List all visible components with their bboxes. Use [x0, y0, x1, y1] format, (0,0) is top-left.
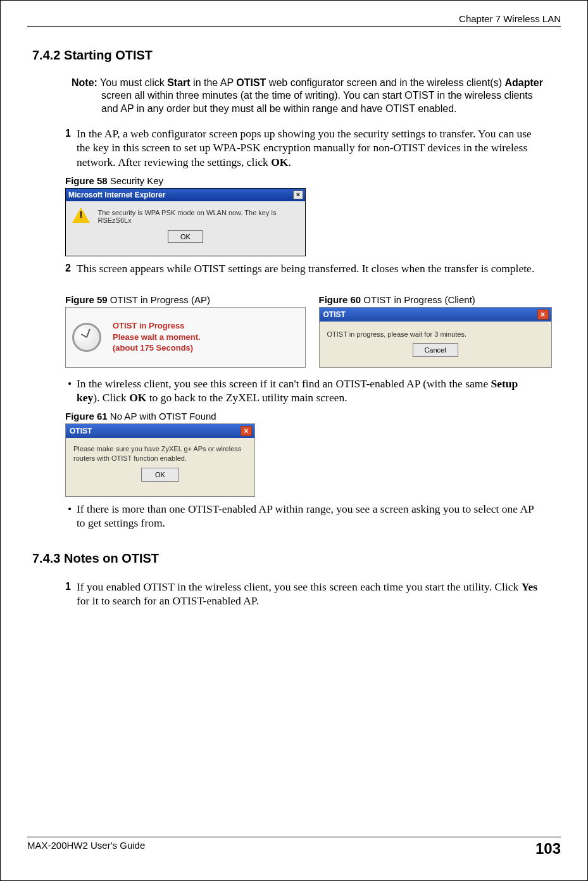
figure-58-dialog: Microsoft Internet Explorer × The securi… [65, 188, 306, 256]
bullet1-e: to go back to the ZyXEL utility main scr… [146, 391, 347, 404]
note-text-4: screen all within three minutes (at the … [101, 90, 533, 113]
step-2-text: This screen appears while OTIST settings… [77, 262, 534, 275]
close-icon[interactable]: × [241, 426, 252, 436]
fig59-line2: Please wait a moment. [113, 332, 201, 342]
bullet-dot-icon: • [68, 502, 72, 516]
step-1-ok: OK [271, 156, 288, 168]
step-1: 1 In the AP, a web configurator screen p… [77, 127, 543, 168]
bullet-dot-icon: • [68, 377, 72, 391]
figure-59-caption: Figure 59 OTIST in Progress (AP) [65, 294, 308, 305]
figure-58-caption: Figure 58 Security Key [65, 175, 561, 186]
chapter-header: Chapter 7 Wireless LAN [27, 13, 561, 27]
fig60-title-text: OTIST [323, 310, 346, 319]
step-2: 2 This screen appears while OTIST settin… [77, 261, 543, 275]
note-bold-start: Start [167, 77, 190, 88]
bullet1-c: ). Click [93, 391, 129, 404]
fig61-title-text: OTIST [70, 427, 92, 435]
bullet1-a: In the wireless client, you see this scr… [77, 377, 491, 390]
figure-60-label: Figure 60 [319, 294, 364, 305]
close-icon[interactable]: × [293, 191, 303, 199]
bullet2-text: If there is more than one OTIST-enabled … [77, 503, 534, 529]
figure-60-caption: Figure 60 OTIST in Progress (Client) [319, 294, 561, 305]
step-1-number: 1 [65, 127, 71, 140]
fig59-message: OTIST in Progress Please wait a moment. … [113, 320, 201, 354]
step-1-text-c: . [288, 156, 291, 168]
section743-step1-c: for it to search for an OTIST-enabled AP… [77, 594, 259, 607]
figure-61-label: Figure 61 [65, 411, 110, 422]
fig60-titlebar: OTIST × [320, 308, 551, 322]
note-block: Note: You must click Start in the AP OTI… [72, 77, 543, 115]
section-742-heading: 7.4.2 Starting OTIST [32, 48, 561, 63]
footer-page-number: 103 [535, 840, 561, 858]
fig61-titlebar: OTIST × [66, 424, 254, 438]
page-footer: MAX-200HW2 User's Guide 103 [27, 837, 561, 858]
ok-button[interactable]: OK [168, 230, 203, 243]
note-text-2: in the AP [191, 77, 237, 88]
bullet-1: • In the wireless client, you see this s… [77, 377, 543, 404]
fig59-line1: OTIST in Progress [113, 321, 184, 330]
cancel-button[interactable]: Cancel [413, 343, 458, 357]
note-text-1: You must click [97, 77, 167, 88]
note-text-3: web configurator screen and in the wirel… [266, 77, 504, 88]
note-bold-adapter: Adapter [504, 77, 542, 88]
section743-step1-a: If you enabled OTIST in the wireless cli… [77, 580, 522, 593]
fig61-message: Please make sure you have ZyXEL g+ APs o… [66, 438, 254, 466]
footer-guide-name: MAX-200HW2 User's Guide [27, 840, 145, 851]
figure-60-title: OTIST in Progress (Client) [363, 294, 475, 305]
fig58-title-text: Microsoft Internet Explorer [68, 191, 165, 199]
figure-60-dialog: OTIST × OTIST in progress, please wait f… [319, 307, 552, 368]
note-bold-otist: OTIST [236, 77, 266, 88]
figure-59-title: OTIST in Progress (AP) [110, 294, 210, 305]
clock-icon [72, 323, 101, 352]
bullet1-d: OK [129, 391, 146, 404]
fig59-line3: (about 175 Seconds) [113, 343, 193, 353]
figure-59-label: Figure 59 [65, 294, 110, 305]
warning-icon [72, 208, 89, 225]
figure-61-title: No AP with OTIST Found [110, 411, 216, 422]
fig58-message: The security is WPA PSK mode on WLAN now… [97, 209, 300, 224]
fig60-message: OTIST in progress, please wait for 3 min… [320, 322, 551, 342]
section743-step1-b: Yes [522, 580, 537, 593]
section743-step-1-number: 1 [65, 580, 71, 593]
figure-61-dialog: OTIST × Please make sure you have ZyXEL … [65, 423, 255, 497]
section743-step-1: 1 If you enabled OTIST in the wireless c… [77, 580, 543, 608]
ok-button[interactable]: OK [141, 468, 179, 482]
figure-61-caption: Figure 61 No AP with OTIST Found [65, 411, 561, 422]
section-743-heading: 7.4.3 Notes on OTIST [32, 551, 561, 566]
figure-59-dialog: OTIST in Progress Please wait a moment. … [65, 307, 306, 368]
note-label: Note: [72, 77, 97, 88]
step-2-number: 2 [65, 262, 71, 275]
close-icon[interactable]: × [537, 309, 549, 320]
figure-58-label: Figure 58 [65, 175, 110, 186]
fig58-titlebar: Microsoft Internet Explorer × [66, 189, 305, 201]
bullet-2: • If there is more than one OTIST-enable… [77, 502, 543, 530]
figure-58-title: Security Key [110, 175, 163, 186]
step-1-text-a: In the AP, a web configurator screen pop… [77, 127, 532, 168]
